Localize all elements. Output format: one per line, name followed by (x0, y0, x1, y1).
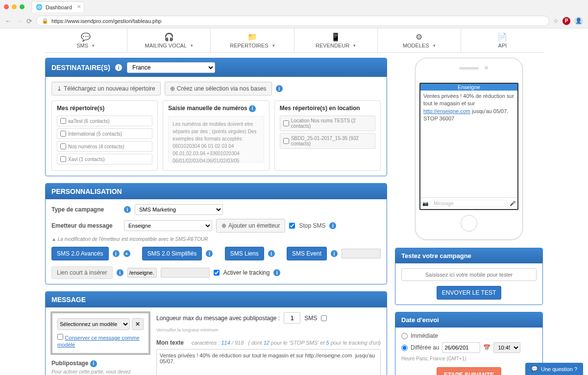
campaign-type-select[interactable]: SMS Marketing (135, 204, 223, 215)
nav-modeles[interactable]: ⚙ MODÈLES▾ (378, 28, 461, 52)
bookmark-icon[interactable]: ☆ (553, 18, 559, 24)
clear-model-button[interactable]: ✕ (132, 318, 144, 330)
info-icon[interactable]: i (329, 222, 336, 229)
nav-revendeur[interactable]: 📱 REVENDEUR▾ (294, 28, 378, 52)
list-item[interactable]: Xavi (1 contacts) (57, 154, 152, 164)
browser-tab[interactable]: 🌐 Dashboard ✕ (31, 1, 84, 12)
info-icon[interactable]: i (273, 269, 280, 276)
emitter-label: Emetteur du message (51, 222, 120, 229)
list-item[interactable]: Location Nos nums TESTS (2 contacts) (280, 116, 375, 131)
info-icon[interactable]: i (249, 105, 256, 112)
send-time-select[interactable]: 10:45 (493, 342, 520, 353)
emitter-select[interactable]: Enseigne (124, 220, 212, 231)
info-icon[interactable]: i (113, 250, 120, 257)
chevron-down-icon: ▾ (191, 43, 193, 48)
list-item[interactable]: Nos numéros (4 contacts) (57, 141, 152, 152)
lock-min-checkbox[interactable] (321, 315, 327, 321)
nav-repertoires[interactable]: 📁 RÉPERTOIRES▾ (211, 28, 294, 52)
create-selection-button[interactable]: ⊕ Créez une sélection via nos bases (165, 82, 272, 95)
plus-icon: ⊕ (221, 222, 226, 229)
info-icon[interactable]: i (115, 64, 122, 71)
add-emitter-button[interactable]: ⊕Ajouter un émetteur (216, 219, 285, 233)
model-widget: Sélectionnez un modèle ✕ Conserver ce me… (50, 311, 150, 355)
upload-repertoire-button[interactable]: ⤓ Téléchargez un nouveau répertoire (51, 82, 161, 95)
location-repertoires-box: Mes répertoire(s) en location Location N… (274, 100, 381, 171)
manual-entry-box: Saisie manuelle de numéros i Les numéros… (163, 100, 269, 171)
phone-input: Message (430, 200, 508, 207)
save-model-link[interactable]: Conserver ce message comme modèle (57, 335, 140, 348)
publipostage-title: Publipostage (51, 360, 88, 367)
sms-simple-button[interactable]: SMS 2.0 Simplifiés (142, 247, 202, 260)
phone-message-body: Ventes privées ! 40% de réduction sur to… (420, 91, 517, 125)
window-traffic-lights[interactable] (4, 4, 24, 9)
info-icon[interactable]: i (117, 269, 123, 276)
info-icon[interactable]: i (90, 360, 97, 367)
chevron-down-icon: ▾ (353, 43, 356, 48)
sms-advanced-button[interactable]: SMS 2.0 Avancés (51, 247, 109, 260)
sms-event-input[interactable] (342, 249, 381, 258)
plus-icon[interactable]: + (123, 250, 130, 257)
sms-unit: SMS (304, 315, 317, 322)
checkbox[interactable] (283, 120, 289, 126)
short-link-input-2[interactable] (161, 268, 210, 278)
device-icon: 📱 (294, 32, 377, 42)
url-text: https://www.isendpro.com/gestion/tableau… (51, 18, 161, 24)
nav-api[interactable]: 📄 API (461, 28, 544, 52)
forward-icon[interactable]: → (16, 17, 23, 25)
top-navigation: 💬 SMS▾ 🎧 MAILING VOCAL▾ 📁 RÉPERTOIRES▾ 📱… (44, 28, 544, 53)
panel-title: PERSONNALISATION (51, 188, 122, 195)
sms-links-button[interactable]: SMS Liens (225, 247, 264, 260)
list-item[interactable]: International (5 contacts) (57, 128, 152, 139)
close-icon[interactable]: ✕ (77, 4, 81, 9)
mic-icon: 🎤 (510, 201, 515, 206)
info-icon[interactable]: i (276, 85, 283, 92)
checkbox[interactable] (60, 118, 66, 124)
next-step-button[interactable]: ETAPE SUIVANTE (437, 367, 501, 375)
message-textarea[interactable]: Ventes privées ! 40% de réduction sur to… (156, 349, 381, 375)
panel-destinataires: DESTINATAIRE(S) i France ⤓ Téléchargez u… (45, 58, 387, 176)
pinterest-icon[interactable]: P (563, 17, 570, 25)
document-icon: 📄 (461, 32, 544, 42)
checkbox[interactable] (60, 156, 66, 162)
stop-sms-checkbox[interactable] (289, 223, 295, 229)
short-link-input[interactable] (127, 268, 157, 278)
info-icon[interactable]: i (331, 250, 338, 257)
info-icon[interactable]: i (268, 250, 275, 257)
send-date-input[interactable] (442, 342, 480, 353)
deferred-radio[interactable] (401, 345, 408, 351)
panel-title: MESSAGE (51, 296, 86, 304)
save-model-checkbox[interactable] (57, 334, 63, 340)
lock-min-label: Verrouiller la longueur minimum (156, 328, 219, 332)
back-icon[interactable]: ← (5, 17, 12, 25)
checkbox[interactable] (60, 131, 66, 137)
panel-message: MESSAGE Sélectionnez un modèle ✕ Conserv… (45, 291, 387, 375)
download-icon: ⤓ (57, 85, 62, 92)
chevron-down-icon: ▾ (272, 43, 275, 48)
sms-event-button[interactable]: SMS Event (287, 247, 327, 260)
profile-avatar-icon[interactable]: 👤 (574, 17, 583, 25)
list-item[interactable]: SBDD_25-01-2017_15-35 (932 contacts) (280, 133, 375, 149)
chat-widget[interactable]: 💬 Une question ? (525, 363, 583, 375)
nav-mailing-vocal[interactable]: 🎧 MAILING VOCAL▾ (127, 28, 211, 52)
test-mobile-input[interactable] (401, 268, 537, 281)
checkbox[interactable] (283, 138, 289, 144)
campaign-type-label: Type de campagne (51, 206, 120, 213)
manual-help-text: Les numéros de mobiles doivent etre sépa… (172, 120, 259, 164)
info-icon[interactable]: i (206, 250, 213, 257)
calendar-icon[interactable]: 📅 (483, 344, 490, 351)
nav-sms[interactable]: 💬 SMS▾ (44, 28, 127, 52)
list-item[interactable]: aaTest (6 contacts) (57, 116, 152, 126)
reload-icon[interactable]: ⟳ (26, 17, 32, 25)
country-select[interactable]: France (127, 62, 215, 73)
max-length-input[interactable] (284, 312, 300, 324)
checkbox[interactable] (60, 143, 66, 149)
panel-send-date: Date d'envoi Immédiate Différée au 📅 10:… (395, 312, 543, 375)
text-label: Mon texte (156, 339, 184, 346)
immediate-label: Immédiate (411, 332, 438, 339)
info-icon[interactable]: i (124, 206, 131, 213)
immediate-radio[interactable] (401, 333, 408, 339)
send-test-button[interactable]: ENVOYER LE TEST (437, 286, 501, 300)
address-bar[interactable]: 🔒 https://www.isendpro.com/gestion/table… (36, 16, 549, 26)
model-select[interactable]: Sélectionnez un modèle (57, 318, 130, 330)
tracking-checkbox[interactable] (214, 270, 220, 276)
